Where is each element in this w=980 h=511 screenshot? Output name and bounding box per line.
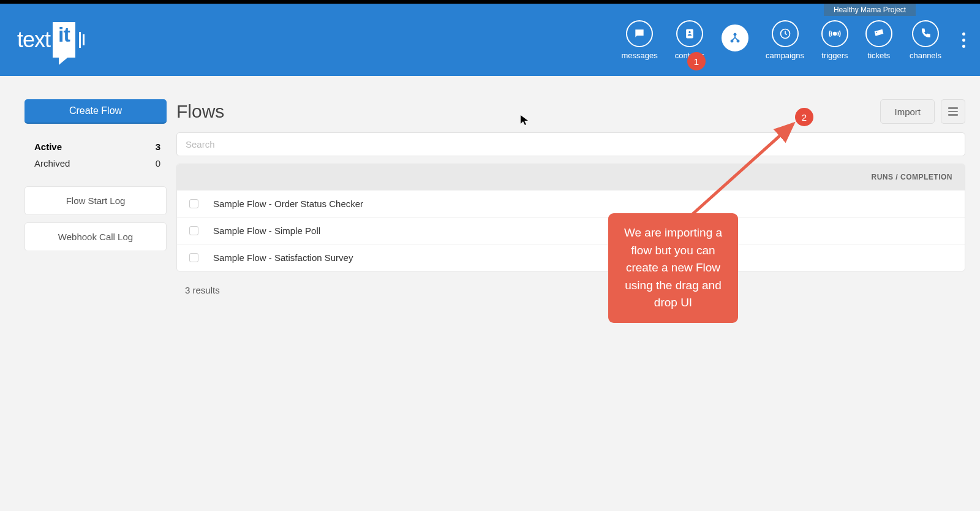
table-header-runs: RUNS / COMPLETION xyxy=(177,164,965,190)
row-checkbox[interactable] xyxy=(189,253,198,262)
create-flow-button[interactable]: Create Flow xyxy=(24,99,167,124)
sidebar: Create Flow Active 3 Archived 0 Flow Sta… xyxy=(24,99,167,309)
row-label: Sample Flow - Satisfaction Survey xyxy=(213,252,353,263)
svg-rect-1 xyxy=(83,34,85,45)
annotation-badge-2: 2 xyxy=(795,108,813,126)
stat-label: Active xyxy=(34,142,62,152)
svg-point-8 xyxy=(833,32,836,35)
flows-table: RUNS / COMPLETION Sample Flow - Order St… xyxy=(176,164,965,271)
annotation-arrow xyxy=(674,116,809,221)
table-row[interactable]: Sample Flow - Satisfaction Survey xyxy=(177,244,965,271)
nav-label: triggers xyxy=(821,51,848,60)
channels-icon xyxy=(912,20,939,47)
main-actions: Import xyxy=(880,99,965,124)
svg-point-3 xyxy=(688,31,690,32)
import-button[interactable]: Import xyxy=(880,99,935,124)
nav-label: tickets xyxy=(868,51,891,60)
sidebar-stat-active[interactable]: Active 3 xyxy=(34,138,160,155)
webhook-call-log-button[interactable]: Webhook Call Log xyxy=(24,222,167,251)
sidebar-stats: Active 3 Archived 0 xyxy=(34,138,160,172)
nav-flows[interactable] xyxy=(722,25,748,55)
campaigns-icon xyxy=(772,20,799,47)
project-banner[interactable]: Healthy Mama Project xyxy=(824,4,916,16)
svg-rect-0 xyxy=(79,32,81,48)
table-row[interactable]: Sample Flow - Order Status Checker xyxy=(177,190,965,217)
hamburger-icon xyxy=(948,107,958,109)
logo-box: it xyxy=(53,22,75,58)
contact-icon xyxy=(676,20,703,47)
row-label: Sample Flow - Order Status Checker xyxy=(213,199,363,209)
stat-count: 3 xyxy=(156,142,160,152)
row-label: Sample Flow - Simple Poll xyxy=(213,225,320,236)
logo-text-left: text xyxy=(17,27,50,53)
page-title: Flows xyxy=(176,101,224,122)
nav-channels[interactable]: channels xyxy=(910,20,941,60)
triggers-icon xyxy=(821,20,848,47)
annotation-callout: We are importing a flow but you can crea… xyxy=(608,213,738,323)
nav-triggers[interactable]: triggers xyxy=(821,20,848,60)
svg-rect-2 xyxy=(686,29,693,38)
content-area: Create Flow Active 3 Archived 0 Flow Sta… xyxy=(0,76,980,309)
nav-messages[interactable]: messages xyxy=(621,20,657,60)
cursor-icon xyxy=(520,115,529,128)
nav-label: campaigns xyxy=(766,51,804,60)
sidebar-stat-archived[interactable]: Archived 0 xyxy=(34,155,160,172)
main-panel: Flows Import RUNS / COMPLETION Sample Fl… xyxy=(176,99,965,309)
logo-accent-bars xyxy=(79,29,85,50)
more-menu-icon[interactable] xyxy=(962,32,965,48)
nav-campaigns[interactable]: campaigns xyxy=(766,20,804,60)
row-checkbox[interactable] xyxy=(189,226,198,235)
annotation-badge-1: 1 xyxy=(687,52,706,70)
message-icon xyxy=(626,20,653,47)
main-nav: messages contacts campaigns triggers xyxy=(621,20,965,60)
svg-point-4 xyxy=(734,33,736,36)
main-header-row: Flows Import xyxy=(176,99,965,124)
nav-label: channels xyxy=(910,51,941,60)
search-input[interactable] xyxy=(176,132,965,156)
flow-start-log-button[interactable]: Flow Start Log xyxy=(24,186,167,215)
results-count: 3 results xyxy=(176,271,965,309)
nav-tickets[interactable]: tickets xyxy=(865,20,892,60)
tickets-icon xyxy=(865,20,892,47)
row-checkbox[interactable] xyxy=(189,199,198,208)
svg-line-10 xyxy=(692,124,793,214)
svg-point-9 xyxy=(876,32,877,33)
nav-label: messages xyxy=(621,51,657,60)
flows-icon xyxy=(722,25,748,51)
stat-label: Archived xyxy=(34,158,70,168)
list-menu-button[interactable] xyxy=(941,99,965,124)
logo[interactable]: text it xyxy=(17,22,85,58)
stat-count: 0 xyxy=(156,158,160,168)
table-row[interactable]: Sample Flow - Simple Poll xyxy=(177,217,965,244)
